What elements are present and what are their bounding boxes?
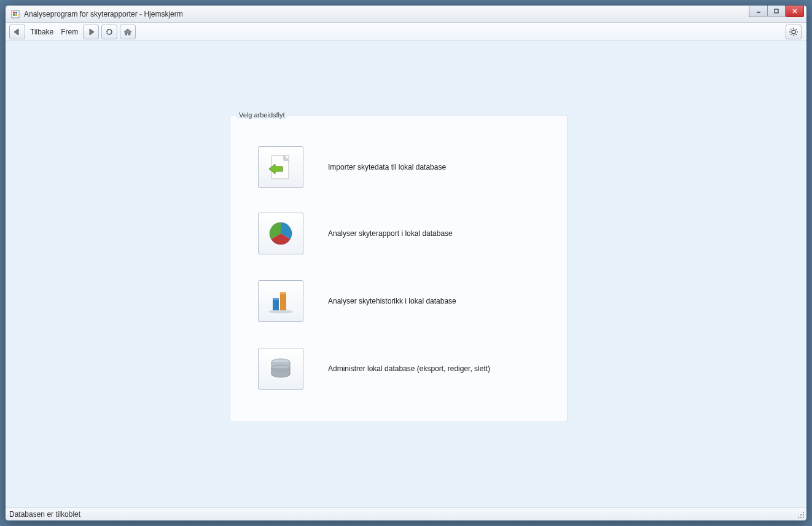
import-button[interactable] — [258, 146, 303, 188]
workflow-label: Administrer lokal database (eksport, red… — [328, 364, 490, 373]
home-button[interactable] — [120, 25, 136, 39]
workflow-label: Importer skytedata til lokal database — [328, 163, 446, 171]
arrow-left-icon — [12, 28, 22, 36]
svg-line-18 — [791, 29, 792, 30]
close-button[interactable] — [786, 5, 804, 17]
app-icon — [10, 9, 20, 19]
svg-rect-3 — [13, 14, 15, 16]
svg-rect-33 — [803, 512, 804, 513]
workflow-label: Analyser skyterapport i lokal database — [328, 229, 453, 238]
svg-rect-35 — [803, 514, 804, 516]
pie-chart-icon — [265, 218, 296, 249]
bar-chart-icon — [265, 286, 296, 316]
refresh-icon — [104, 27, 114, 37]
svg-rect-37 — [800, 517, 802, 518]
svg-rect-36 — [798, 517, 799, 518]
workflow-item-manage-db: Administrer lokal database (eksport, red… — [258, 348, 490, 390]
svg-rect-6 — [775, 9, 778, 13]
database-icon — [265, 353, 296, 384]
workflow-item-import: Importer skytedata til lokal database — [258, 146, 446, 188]
svg-rect-4 — [15, 14, 17, 16]
gear-icon — [789, 27, 798, 37]
settings-button[interactable] — [786, 25, 802, 39]
status-text: Databasen er tilkoblet — [9, 510, 80, 519]
toolbar: Tilbake Frem — [6, 23, 806, 41]
analyze-history-button[interactable] — [258, 280, 303, 322]
svg-line-19 — [796, 34, 797, 35]
svg-line-20 — [791, 34, 792, 35]
svg-marker-9 — [14, 29, 18, 35]
minimize-button[interactable] — [749, 5, 767, 17]
svg-marker-12 — [124, 29, 131, 35]
import-document-icon — [265, 152, 296, 183]
panel-title: Velg arbeidsflyt — [236, 111, 287, 119]
svg-point-13 — [792, 30, 795, 34]
back-label: Tilbake — [26, 28, 57, 36]
forward-label: Frem — [57, 28, 82, 36]
workflow-panel: Velg arbeidsflyt Importer skytedata til … — [230, 115, 568, 422]
svg-marker-10 — [90, 29, 94, 35]
window-title: Analyseprogram for skyterapporter - Hjem… — [24, 10, 183, 18]
workflow-item-analyze-history: Analyser skytehistorikk i lokal database — [258, 280, 456, 322]
forward-button[interactable] — [83, 25, 99, 39]
refresh-button[interactable] — [101, 25, 117, 39]
svg-rect-28 — [273, 298, 279, 300]
status-bar: Databasen er tilkoblet — [6, 507, 806, 520]
home-icon — [123, 27, 133, 37]
app-window: Analyseprogram for skyterapporter - Hjem… — [5, 5, 807, 521]
svg-rect-1 — [13, 12, 15, 14]
svg-rect-2 — [15, 12, 17, 14]
analyze-report-button[interactable] — [258, 213, 303, 254]
svg-rect-34 — [800, 514, 802, 516]
back-button[interactable] — [9, 25, 25, 39]
maximize-button[interactable] — [767, 5, 786, 17]
svg-rect-30 — [280, 292, 286, 294]
manage-db-button[interactable] — [258, 348, 303, 390]
content-area: Velg arbeidsflyt Importer skytedata til … — [6, 41, 806, 507]
workflow-item-analyze-report: Analyser skyterapport i lokal database — [258, 213, 453, 254]
arrow-right-icon — [86, 28, 96, 36]
title-bar[interactable]: Analyseprogram for skyterapporter - Hjem… — [6, 6, 806, 23]
workflow-label: Analyser skytehistorikk i lokal database — [328, 297, 456, 305]
svg-rect-38 — [803, 517, 804, 518]
svg-line-21 — [796, 29, 797, 30]
svg-rect-29 — [280, 292, 286, 310]
window-controls — [749, 6, 806, 17]
resize-grip-icon[interactable] — [798, 512, 805, 519]
